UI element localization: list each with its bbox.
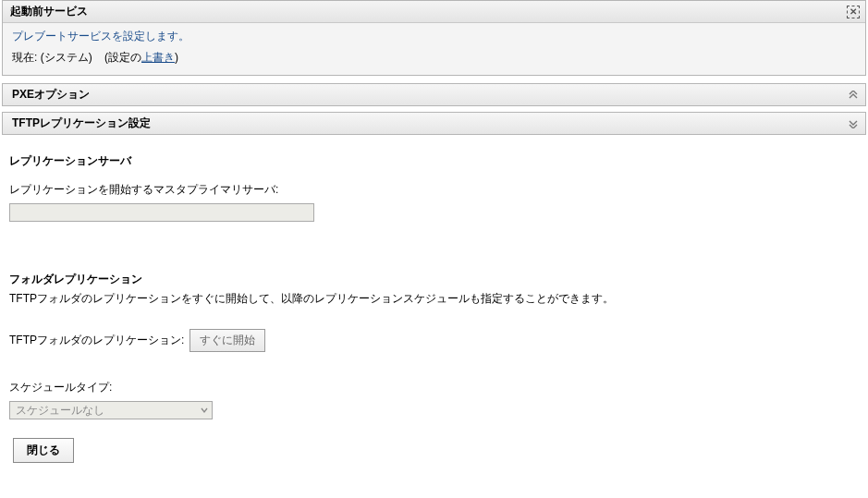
folder-replication-action-label: TFTPフォルダのレプリケーション:	[9, 333, 184, 348]
overwrite-link[interactable]: 上書き	[141, 51, 175, 64]
folder-replication-description: TFTPフォルダのレプリケーションをすぐに開始して、以降のレプリケーションスケジ…	[9, 291, 859, 307]
preboot-services-panel: 起動前サービス ✕ プレブートサービスを設定します。 現在: (システム) (設…	[2, 0, 866, 76]
master-server-label: レプリケーションを開始するマスタプライマリサーバ:	[9, 182, 859, 198]
current-scope: (システム)	[41, 51, 92, 64]
pxe-options-title: PXEオプション	[12, 87, 90, 103]
start-now-button[interactable]: すぐに開始	[189, 329, 265, 352]
folder-replication-row: TFTPフォルダのレプリケーション: すぐに開始	[9, 329, 859, 352]
close-icon[interactable]: ✕	[847, 6, 860, 18]
current-prefix: 現在:	[12, 51, 37, 64]
replication-server-heading: レプリケーションサーバ	[9, 153, 859, 169]
pxe-options-section-header[interactable]: PXEオプション	[2, 83, 866, 106]
current-scope-line: 現在: (システム) (設定の上書き)	[12, 50, 856, 66]
chevron-down-icon[interactable]	[847, 89, 860, 102]
settings-close-paren: )	[175, 51, 178, 64]
chevron-up-icon[interactable]	[847, 117, 860, 130]
close-button[interactable]: 閉じる	[13, 438, 74, 463]
preboot-services-body: プレブートサービスを設定します。 現在: (システム) (設定の上書き)	[3, 23, 865, 75]
master-server-input[interactable]	[9, 203, 314, 222]
schedule-type-label: スケジュールタイプ:	[9, 380, 859, 395]
panel-description: プレブートサービスを設定します。	[12, 29, 856, 44]
tftp-replication-title: TFTPレプリケーション設定	[12, 115, 151, 131]
chevron-down-icon	[201, 406, 208, 416]
tftp-replication-section-header[interactable]: TFTPレプリケーション設定	[2, 112, 866, 135]
footer: 閉じる	[0, 429, 868, 472]
settings-open-paren: (設定の	[104, 51, 141, 64]
preboot-services-header: 起動前サービス ✕	[3, 1, 865, 23]
panel-title: 起動前サービス	[10, 4, 847, 19]
schedule-type-select[interactable]: スケジュールなし	[9, 401, 213, 419]
schedule-type-selected: スケジュールなし	[16, 403, 104, 419]
tftp-replication-content: レプリケーションサーバ レプリケーションを開始するマスタプライマリサーバ: フォ…	[0, 140, 868, 429]
folder-replication-heading: フォルダレプリケーション	[9, 272, 859, 287]
